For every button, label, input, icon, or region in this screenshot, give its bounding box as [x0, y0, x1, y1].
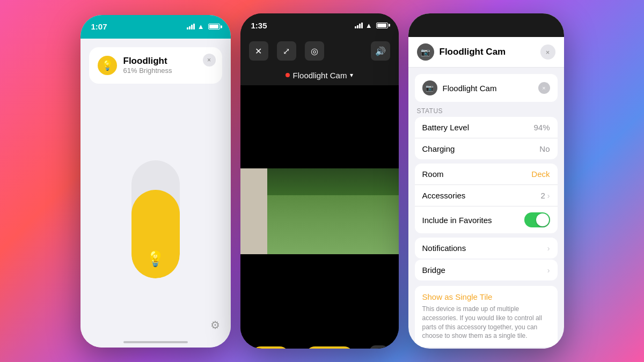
settings-button[interactable]: ◎ — [305, 41, 324, 61]
accessories-row[interactable]: Accessories 2 › — [415, 185, 558, 206]
notifications-label: Notifications — [422, 243, 466, 253]
bridge-label: Bridge — [422, 265, 445, 275]
toolbar-left: ✕ ⤢ ◎ — [249, 41, 324, 61]
live-indicator-dot — [286, 73, 290, 77]
brightness-slider[interactable]: 💡 — [131, 160, 180, 278]
camera-controls: LIVE 🎤 Talk ⊞ — [240, 337, 399, 349]
single-tile-title[interactable]: Show as Single Tile — [422, 292, 550, 301]
bulb-icon-small: 💡 — [98, 56, 117, 75]
favorites-label: Include in Favorites — [422, 216, 492, 225]
time-phone1: 1:07 — [91, 22, 107, 31]
notifications-row[interactable]: Notifications › — [415, 238, 558, 258]
camera-title-label: Floodlight Cam — [293, 71, 347, 80]
toolbar-right: 🔊 — [371, 41, 390, 61]
accessories-value-group: 2 › — [540, 191, 550, 200]
phone-floodlight: 1:07 ▲ 💡 Floodlight 61% Brightness × — [80, 15, 231, 348]
room-accessories-group: Room Deck Accessories 2 › Include in Fav… — [415, 164, 558, 233]
volume-button[interactable]: 🔊 — [371, 41, 390, 61]
status-group: Battery Level 94% Charging No — [415, 117, 558, 159]
camera-feed-main — [240, 168, 399, 254]
camera-chevron-icon[interactable]: ▾ — [350, 71, 353, 79]
wifi-icon-2: ▲ — [365, 21, 372, 29]
cam-icon: 📷 — [417, 43, 434, 61]
signal-icon — [187, 24, 195, 29]
notifications-inner-row: Notifications › — [415, 238, 558, 258]
settings-close-button[interactable]: × — [540, 45, 555, 60]
status-icons-phone2: ▲ — [355, 21, 388, 29]
battery-level-label: Battery Level — [422, 123, 470, 132]
single-tile-description: This device is made up of multiple acces… — [422, 305, 550, 341]
header-left: 📷 Floodlight Cam — [417, 43, 506, 61]
wifi-icon: ▲ — [197, 23, 204, 31]
favorites-toggle[interactable] — [524, 212, 550, 227]
accessories-count: 2 — [540, 191, 545, 200]
card-subtitle: 61% Brightness — [123, 67, 172, 75]
floodlight-card: 💡 Floodlight 61% Brightness × — [89, 47, 222, 84]
phone1-content: 💡 Floodlight 61% Brightness × 💡 ⚙ — [80, 39, 231, 348]
settings-header: 📷 Floodlight Cam × — [408, 37, 564, 68]
live-button[interactable]: LIVE — [251, 346, 289, 349]
device-name-label: Floodlight Cam — [443, 84, 497, 93]
close-button[interactable]: ✕ — [249, 41, 268, 61]
card-title: Floodlight — [123, 56, 172, 67]
bridge-row[interactable]: Bridge › — [415, 260, 558, 280]
camera-feed-bottom — [240, 254, 399, 337]
home-indicator-1 — [123, 341, 188, 343]
battery-level-row: Battery Level 94% — [415, 117, 558, 138]
settings-body: 📷 Floodlight Cam × STATUS Battery Level … — [408, 68, 564, 347]
topbar-phone3 — [408, 13, 564, 37]
room-value: Deck — [531, 169, 550, 179]
device-remove-button[interactable]: × — [538, 82, 550, 94]
phone-settings: 📷 Floodlight Cam × 📷 Floodlight Cam × ST… — [408, 13, 564, 349]
charging-value: No — [539, 144, 550, 153]
bridge-chevron-icon: › — [547, 266, 550, 275]
camera-house-edge — [240, 168, 267, 254]
battery-icon — [208, 24, 220, 29]
device-name-row: 📷 Floodlight Cam × — [415, 74, 558, 102]
notifications-chevron-icon: › — [547, 244, 550, 253]
charging-row: Charging No — [415, 138, 558, 159]
time-phone2: 1:35 — [251, 21, 267, 30]
camera-lawn — [240, 168, 399, 254]
brightness-slider-container: 💡 — [131, 100, 180, 339]
single-tile-section: Show as Single Tile This device is made … — [415, 286, 558, 347]
room-row[interactable]: Room Deck — [415, 164, 558, 185]
settings-title: Floodlight Cam — [440, 47, 506, 57]
fullscreen-button[interactable]: ⤢ — [277, 41, 296, 61]
signal-icon-2 — [355, 23, 363, 28]
statusbar-phone2: 1:35 ▲ — [240, 13, 399, 37]
accessories-chevron-icon: › — [547, 191, 550, 200]
statusbar-phone1: 1:07 ▲ — [80, 15, 231, 39]
card-text: Floodlight 61% Brightness — [123, 56, 172, 75]
settings-gear-icon[interactable]: ⚙ — [210, 319, 220, 331]
status-section-label: STATUS — [415, 102, 558, 117]
status-icons-phone1: ▲ — [187, 23, 220, 31]
device-dot-icon: 📷 — [422, 80, 437, 95]
phone-camera: 1:35 ▲ ✕ ⤢ ◎ 🔊 Floodlight Cam ▾ — [240, 13, 399, 349]
accessories-label: Accessories — [422, 191, 466, 200]
charging-label: Charging — [422, 144, 455, 153]
grid-button[interactable]: ⊞ — [370, 345, 388, 349]
talk-button[interactable]: 🎤 Talk — [305, 346, 354, 349]
battery-icon-2 — [376, 23, 388, 28]
brightness-fill: 💡 — [131, 190, 180, 278]
device-name-left: 📷 Floodlight Cam — [422, 80, 497, 95]
battery-level-value: 94% — [533, 123, 550, 132]
bulb-icon: 💡 — [146, 250, 165, 268]
favorites-row: Include in Favorites — [415, 206, 558, 233]
card-close-button[interactable]: × — [203, 54, 216, 67]
camera-toolbar: ✕ ⤢ ◎ 🔊 — [240, 37, 399, 65]
camera-feed-top — [240, 85, 399, 168]
camera-title-bar: Floodlight Cam ▾ — [240, 65, 399, 85]
room-label: Room — [422, 169, 444, 179]
bridge-inner-row: Bridge › — [415, 260, 558, 280]
